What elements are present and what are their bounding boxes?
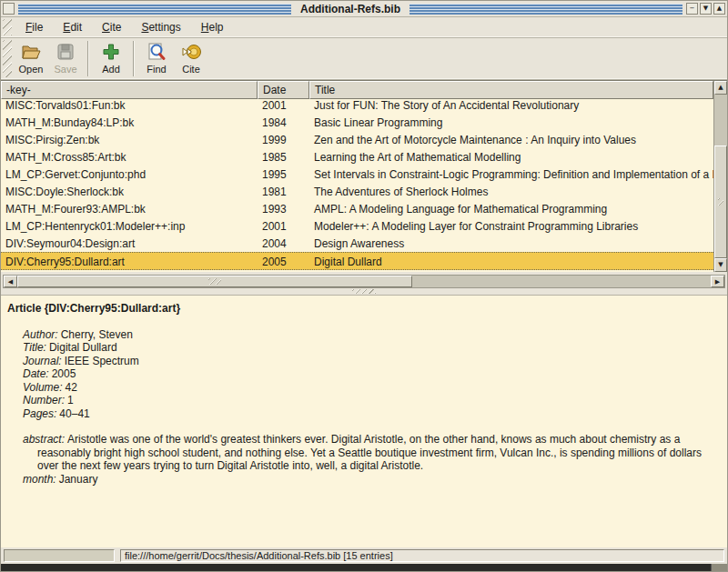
horizontal-scrollbar[interactable]: ◀ ▶ — [3, 275, 725, 288]
table-row[interactable]: MISC:Torvalds01:Fun:bk 2001 Just for FUN… — [1, 99, 713, 114]
horizontal-scrollbar-thumb[interactable] — [17, 276, 412, 287]
row-key: MISC:Pirsig:Zen:bk — [1, 133, 258, 146]
status-bar: file:///home/gerrit/Docs/thesis/Addition… — [1, 547, 727, 564]
detail-field: Title:Digital Dullard — [23, 341, 720, 355]
table-row[interactable]: LM_CP:Gervet:Conjunto:phd 1995 Set Inter… — [1, 166, 713, 183]
horizontal-scrollbar-track[interactable] — [17, 276, 711, 287]
table-row[interactable]: MISC:Doyle:Sherlock:bk 1981 The Adventur… — [1, 183, 713, 200]
field-label: Date: — [23, 367, 49, 380]
table-row[interactable]: DIV:Cherry95:Dullard:art 2005 Digital Du… — [1, 252, 713, 270]
row-key: MISC:Doyle:Sherlock:bk — [1, 185, 258, 198]
month-value: January — [56, 473, 98, 486]
bibliography-table: -key- Date Title MISC:Torvalds01:Fun:bk … — [1, 80, 727, 272]
row-date: 2005 — [258, 255, 309, 268]
table-row[interactable]: MISC:Pirsig:Zen:bk 1999 Zen and the Art … — [1, 131, 713, 148]
row-key: LM_CP:Hentenryck01:Modeler++:inp — [1, 219, 258, 233]
row-title: Design Awareness — [309, 236, 713, 250]
pane-splitter[interactable] — [1, 288, 727, 295]
thumb-grip — [718, 198, 723, 206]
vertical-scrollbar-track[interactable] — [714, 95, 727, 258]
row-date: 1999 — [258, 133, 309, 146]
row-title: The Adventures of Sherlock Holmes — [309, 185, 713, 198]
field-value: Cherry, Steven — [58, 328, 133, 341]
field-value: 1 — [65, 394, 74, 406]
table-row[interactable]: LM_CP:Hentenryck01:Modeler++:inp 2001 Mo… — [1, 217, 713, 235]
maximize-button[interactable]: ▼ — [700, 3, 712, 15]
row-date: 1984 — [258, 115, 309, 129]
menubar-drag-handle[interactable] — [3, 19, 12, 35]
scroll-down-icon[interactable]: ▼ — [714, 258, 727, 272]
row-title: Basic Linear Programming — [309, 115, 713, 129]
vertical-scrollbar-thumb[interactable] — [714, 146, 727, 258]
table-row[interactable]: DIV:Seymour04:Design:art 2004 Design Awa… — [1, 235, 713, 252]
row-key: MATH_M:Fourer93:AMPL:bk — [1, 202, 258, 216]
vertical-scrollbar[interactable]: ▲ ▼ — [713, 81, 727, 272]
entry-heading: Article {DIV:Cherry95:Dullard:art} — [7, 302, 720, 316]
row-title: Just for FUN: The Story of An Accidental… — [309, 99, 713, 112]
table-row[interactable]: MATH_M:Bunday84:LP:bk 1984 Basic Linear … — [1, 114, 713, 131]
toolbar-separator — [133, 41, 135, 76]
window-bottom-border — [1, 564, 727, 571]
menu-item-help[interactable]: Help — [193, 18, 232, 36]
minimize-button[interactable]: − — [686, 3, 698, 15]
detail-field: Date:2005 — [23, 367, 720, 381]
column-header-key[interactable]: -key- — [1, 81, 258, 99]
scroll-left-icon[interactable]: ◀ — [4, 276, 17, 287]
detail-field: Author:Cherry, Steven — [23, 328, 720, 342]
row-key: MISC:Torvalds01:Fun:bk — [1, 99, 258, 112]
save-button[interactable]: Save — [48, 38, 83, 79]
toolbar-button-label: Save — [54, 64, 76, 75]
table-row[interactable]: MATH_M:Cross85:Art:bk 1985 Learning the … — [1, 148, 713, 166]
detail-field: Journal:IEEE Spectrum — [23, 355, 720, 368]
column-header-date[interactable]: Date — [258, 81, 309, 99]
table-body: MISC:Torvalds01:Fun:bk 2001 Just for FUN… — [1, 99, 713, 272]
toolbar-button-label: Cite — [182, 64, 200, 75]
field-label: Author: — [23, 328, 58, 341]
title-bar[interactable]: Additional-Refs.bib − ▼ ▲ — [1, 1, 727, 17]
field-value: 42 — [63, 381, 77, 394]
shade-button[interactable]: ▲ — [713, 3, 725, 15]
field-label: Journal: — [23, 355, 62, 367]
row-date: 1985 — [258, 150, 309, 164]
table-header: -key- Date Title — [1, 81, 713, 99]
toolbar-separator — [87, 41, 89, 76]
menu-item-settings[interactable]: Settings — [133, 18, 188, 36]
open-button[interactable]: Open — [14, 38, 48, 79]
menu-bar: File Edit Cite Settings Help — [1, 17, 727, 38]
cite-button[interactable]: Cite — [174, 38, 208, 79]
row-date: 2001 — [258, 99, 309, 112]
field-value: Digital Dullard — [46, 341, 117, 354]
menu-item-cite[interactable]: Cite — [94, 18, 129, 36]
row-title: Zen and the Art of Motorcycle Maintenanc… — [309, 133, 713, 146]
save-floppy-icon — [55, 41, 76, 63]
detail-field: Volume:42 — [23, 381, 720, 395]
toolbar-drag-handle[interactable] — [3, 40, 12, 77]
detail-field: Pages:40–41 — [23, 407, 720, 421]
row-key: DIV:Seymour04:Design:art — [1, 236, 258, 250]
menu-item-file[interactable]: File — [17, 18, 51, 36]
field-value: 40–41 — [56, 407, 89, 420]
window-menu-button[interactable] — [3, 3, 15, 15]
abstract-label: abstract: — [23, 433, 65, 446]
resize-grip[interactable] — [711, 564, 727, 571]
row-key: DIV:Cherry95:Dullard:art — [1, 255, 258, 268]
column-header-title[interactable]: Title — [309, 81, 713, 99]
table-row[interactable]: MATH_M:Fourer93:AMPL:bk 1993 AMPL: A Mod… — [1, 200, 713, 217]
row-key: MATH_M:Cross85:Art:bk — [1, 150, 258, 164]
application-window: Additional-Refs.bib − ▼ ▲ File Edit Cite… — [0, 0, 728, 572]
field-label: Number: — [23, 394, 65, 406]
find-button[interactable]: Find — [139, 38, 174, 79]
row-title: Set Intervals in Constraint-Logic Progra… — [309, 167, 713, 181]
toolbar: Open Save Add Find Cite — [1, 38, 727, 80]
menu-item-edit[interactable]: Edit — [55, 18, 90, 36]
thumb-grip — [208, 278, 221, 285]
window-title: Additional-Refs.bib — [291, 2, 410, 16]
add-button[interactable]: Add — [94, 38, 128, 79]
titlebar-stripes: Additional-Refs.bib — [18, 4, 682, 15]
scroll-right-icon[interactable]: ▶ — [711, 276, 724, 287]
abstract-text: Aristotle was one of the world's greates… — [37, 433, 702, 472]
row-date: 1981 — [258, 185, 309, 198]
toolbar-button-label: Find — [147, 64, 166, 75]
scroll-up-icon[interactable]: ▲ — [714, 81, 727, 95]
row-date: 2001 — [258, 219, 309, 233]
